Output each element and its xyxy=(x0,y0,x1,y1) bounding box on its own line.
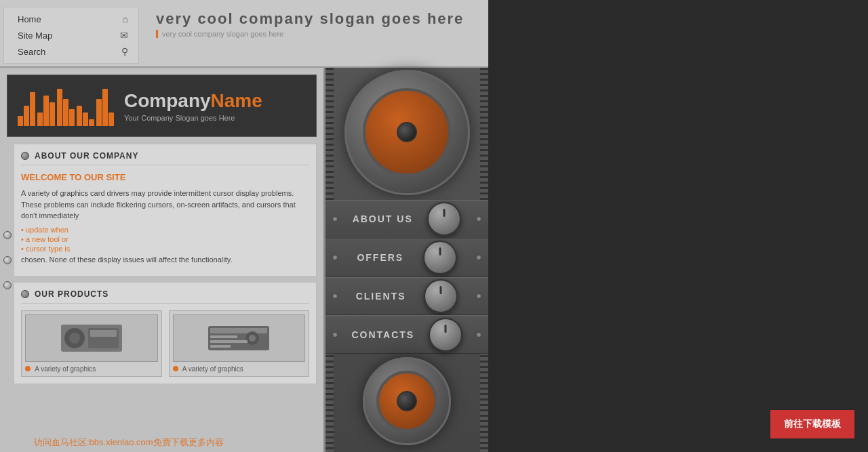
eq-bar xyxy=(102,89,108,126)
svg-rect-6 xyxy=(210,328,267,333)
eq-bar xyxy=(96,99,102,126)
nav-home-label: Home xyxy=(18,14,41,24)
nav-item-sitemap[interactable]: Site Map ✉ xyxy=(4,27,138,43)
dark-background xyxy=(488,0,868,452)
section-dot-products xyxy=(21,290,29,298)
nav-button-contacts[interactable]: CONTACTS xyxy=(326,315,488,354)
knob-contacts[interactable] xyxy=(429,318,462,352)
nav-label-offers: OFFERS xyxy=(357,252,403,263)
svg-point-2 xyxy=(69,333,80,344)
company-name-area: CompanyName Your Company Slogan goes Her… xyxy=(124,90,262,122)
product-dot-1 xyxy=(25,366,31,371)
top-nav: Home ⌂ Site Map ✉ Search ⚲ very cool com… xyxy=(0,0,488,68)
section-dot-about xyxy=(21,152,29,160)
side-dot-3[interactable] xyxy=(3,281,12,289)
nav-search-label: Search xyxy=(18,47,45,57)
product-item-1: A variety of graphics xyxy=(21,310,162,377)
product-img-1 xyxy=(25,314,158,362)
nav-label-contacts: CONTACTS xyxy=(351,329,414,340)
speaker-top xyxy=(339,64,475,200)
speaker-center-top xyxy=(397,122,417,142)
search-icon: ⚲ xyxy=(121,46,128,57)
eq-bar xyxy=(24,106,29,126)
knob-offers[interactable] xyxy=(423,241,457,274)
product-item-2: A variety of graphics xyxy=(169,310,310,377)
nav-button-offers[interactable]: OFFERS xyxy=(326,239,488,277)
nav-links: Home ⌂ Site Map ✉ Search ⚲ xyxy=(3,7,139,64)
company-first: Company xyxy=(124,90,211,111)
eq-bar xyxy=(83,112,88,126)
company-slogan: Your Company Slogan goes Here xyxy=(124,114,262,122)
product-caption-2: A variety of graphics xyxy=(173,365,306,373)
eq-bar xyxy=(50,102,55,126)
nav-dot-left-1 xyxy=(332,216,338,222)
slogan-area: very cool company slogan goes here very … xyxy=(142,3,488,45)
product-img-2 xyxy=(173,314,306,362)
nav-label-clients: CLIENTS xyxy=(356,291,406,302)
about-body-1: A variety of graphics card drivers may p… xyxy=(21,188,309,222)
slogan-sub: very cool company slogan goes here xyxy=(156,30,475,38)
nav-dot-left-2 xyxy=(332,255,338,260)
svg-rect-10 xyxy=(210,340,248,343)
about-link-3[interactable]: • cursor type is xyxy=(21,245,309,253)
about-link-2[interactable]: • a new tool or xyxy=(21,235,309,243)
about-section-title: ABOUT OUR COMPANY xyxy=(35,151,138,161)
eq-bar xyxy=(37,112,43,126)
side-dot-2[interactable] xyxy=(3,256,12,264)
nav-sitemap-label: Site Map xyxy=(18,30,52,41)
download-button[interactable]: 前往下载模板 xyxy=(770,410,854,438)
content-area: CompanyName Your Company Slogan goes Her… xyxy=(0,68,488,452)
about-link-1[interactable]: • update when xyxy=(21,226,309,234)
speaker-cone-top xyxy=(363,88,451,176)
products-section: OUR PRODUCTS xyxy=(14,282,317,384)
nav-label-about: ABOUT US xyxy=(353,213,413,224)
eq-bar xyxy=(43,96,49,126)
section-header-products: OUR PRODUCTS xyxy=(21,289,309,304)
nav-dot-right-1 xyxy=(476,216,481,222)
svg-rect-11 xyxy=(210,345,231,348)
about-body-2: chosen. None of these display issues wil… xyxy=(21,254,309,266)
section-header-about: ABOUT OUR COMPANY xyxy=(21,151,309,165)
product-dot-2 xyxy=(173,366,178,371)
knob-about[interactable] xyxy=(427,202,461,236)
product-caption-1: A variety of graphics xyxy=(25,365,158,373)
logo-section: CompanyName Your Company Slogan goes Her… xyxy=(7,75,317,137)
slogan-main: very cool company slogan goes here xyxy=(156,10,475,28)
eq-bar xyxy=(57,89,62,126)
company-second: Name xyxy=(211,90,262,111)
welcome-title: WELCOME TO OUR SITE xyxy=(21,172,309,182)
eq-bar xyxy=(18,116,23,126)
right-panel: ABOUT US OFFERS CLIENTS xyxy=(326,68,488,452)
nav-item-search[interactable]: Search ⚲ xyxy=(4,43,138,60)
nav-item-home[interactable]: Home ⌂ xyxy=(4,11,138,27)
eq-bar xyxy=(77,106,82,126)
nav-dot-left-3 xyxy=(332,293,338,299)
nav-dot-right-3 xyxy=(476,293,481,299)
company-name: CompanyName xyxy=(124,90,262,112)
svg-rect-7 xyxy=(210,335,237,338)
svg-rect-4 xyxy=(90,330,117,337)
speaker-cone-bottom xyxy=(376,371,437,432)
speaker-outer-bottom xyxy=(363,357,451,445)
speaker-outer-top xyxy=(344,70,470,195)
nav-dot-left-4 xyxy=(332,332,338,337)
about-section: ABOUT OUR COMPANY WELCOME TO OUR SITE A … xyxy=(14,144,317,276)
site-container: Home ⌂ Site Map ✉ Search ⚲ very cool com… xyxy=(0,0,488,452)
knob-clients[interactable] xyxy=(424,279,458,313)
products-grid: A variety of graphics xyxy=(21,310,309,377)
home-icon: ⌂ xyxy=(123,14,128,24)
nav-dot-right-2 xyxy=(476,255,481,260)
eq-bar xyxy=(108,112,114,126)
left-dots xyxy=(3,231,12,289)
left-panel: CompanyName Your Company Slogan goes Her… xyxy=(0,68,326,452)
email-icon: ✉ xyxy=(120,30,128,41)
nav-button-clients[interactable]: CLIENTS xyxy=(326,277,488,316)
watermark: 访问血马社区:bbs.xienlao.com免费下载更多内容 xyxy=(34,436,224,449)
speaker-center-bottom xyxy=(397,391,417,411)
nav-dot-right-4 xyxy=(476,332,481,337)
nav-button-about[interactable]: ABOUT US xyxy=(326,200,488,239)
side-dot-1[interactable] xyxy=(3,231,12,239)
nav-buttons: ABOUT US OFFERS CLIENTS xyxy=(326,200,488,354)
svg-point-9 xyxy=(249,335,256,342)
eq-bars xyxy=(18,85,114,126)
